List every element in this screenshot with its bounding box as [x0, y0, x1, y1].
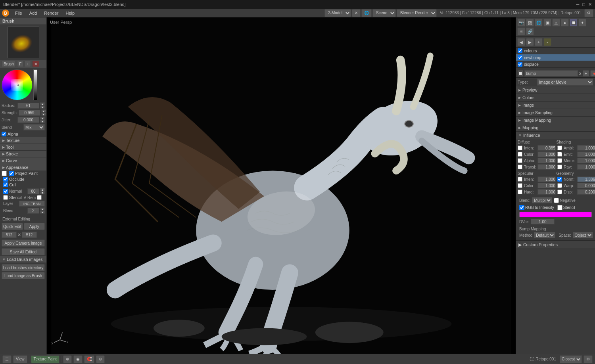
- value-slider[interactable]: [33, 69, 37, 100]
- menu-add[interactable]: Add: [26, 10, 40, 16]
- ray-check[interactable]: [557, 165, 562, 169]
- rgb-intensity-checkbox[interactable]: [519, 205, 524, 210]
- norm-field[interactable]: [577, 176, 595, 182]
- stencil-checkbox2[interactable]: [37, 195, 42, 200]
- strength-up[interactable]: ▲: [41, 109, 46, 113]
- colors-header[interactable]: ▶ Colors: [516, 94, 595, 101]
- newbump-check[interactable]: [518, 55, 522, 60]
- layer-field[interactable]: [19, 201, 45, 207]
- displace-check[interactable]: [518, 62, 522, 67]
- warp-check[interactable]: [557, 183, 562, 188]
- project-paint-checkbox[interactable]: [9, 171, 14, 176]
- maximize-btn[interactable]: □: [582, 2, 585, 7]
- brush-add-btn[interactable]: +: [25, 61, 31, 67]
- dvar-field[interactable]: [531, 219, 555, 224]
- project-paint-toggle[interactable]: [2, 171, 7, 176]
- tex-name-input[interactable]: [524, 70, 578, 77]
- size1-field[interactable]: [2, 232, 17, 238]
- apply-btn[interactable]: Apply: [24, 223, 45, 230]
- occlude-checkbox[interactable]: [3, 177, 8, 182]
- image-header[interactable]: ▶ Image: [516, 102, 595, 109]
- view-btn[interactable]: View: [13, 355, 27, 363]
- cull-checkbox[interactable]: [3, 182, 8, 187]
- size2-field[interactable]: [22, 232, 37, 238]
- bottom-menu-btn[interactable]: ☰: [2, 355, 12, 363]
- normal-field[interactable]: [27, 188, 39, 194]
- apply-camera-btn[interactable]: Apply Camera Image: [2, 239, 45, 247]
- brush-close-btn[interactable]: ✕: [32, 61, 39, 67]
- hard-spec-check[interactable]: [518, 190, 522, 194]
- inten-diff-field[interactable]: [537, 145, 556, 151]
- del-tex-icon[interactable]: -: [543, 38, 551, 46]
- alpha-diff-field[interactable]: [537, 158, 556, 163]
- jitter-field[interactable]: [17, 117, 39, 123]
- bleed-up[interactable]: ▲: [40, 207, 45, 211]
- render-icon[interactable]: 🖼: [526, 19, 534, 27]
- renderer-select[interactable]: Blender Render: [397, 9, 437, 17]
- preview-header[interactable]: ▶ Preview: [516, 86, 595, 94]
- custom-properties-section[interactable]: ▶ Custom Properties: [516, 241, 595, 248]
- next-tex-icon[interactable]: ▶: [526, 38, 534, 46]
- normal-down[interactable]: ▼: [40, 191, 45, 194]
- color-diff-check[interactable]: [518, 152, 522, 157]
- image-mapping-header[interactable]: ▶ Image Mapping: [516, 117, 595, 124]
- minimize-btn[interactable]: ─: [576, 2, 580, 7]
- physics-icon[interactable]: ⚛: [517, 27, 525, 35]
- strength-down[interactable]: ▼: [41, 113, 46, 116]
- viewport[interactable]: User Persp: [47, 17, 516, 354]
- menu-help[interactable]: Help: [62, 10, 78, 16]
- global-orient-btn[interactable]: ⊕: [63, 355, 72, 363]
- type-select[interactable]: Image or Movie: [537, 79, 593, 86]
- ambi-field[interactable]: [577, 145, 595, 151]
- disp-field[interactable]: [577, 189, 595, 195]
- texture-section[interactable]: Texture: [0, 137, 46, 144]
- inten-diff-check[interactable]: [518, 146, 522, 150]
- stencil-checkbox[interactable]: [3, 195, 8, 200]
- trans-check[interactable]: [518, 165, 522, 169]
- color-spec-check[interactable]: [518, 183, 522, 188]
- mode-btn[interactable]: ✕: [352, 9, 361, 17]
- curve-section[interactable]: Curve: [0, 157, 46, 164]
- proportional-btn[interactable]: ⊙: [96, 355, 105, 363]
- radius-up[interactable]: ▲: [40, 102, 45, 105]
- load-image-btn[interactable]: Load Image as Brush: [2, 272, 45, 279]
- inten-spec-field[interactable]: [537, 176, 556, 182]
- jitter-down[interactable]: ▼: [40, 120, 45, 123]
- method-select[interactable]: Default: [534, 232, 555, 238]
- ray-field[interactable]: [577, 164, 595, 170]
- radius-field[interactable]: [17, 103, 39, 109]
- radius-down[interactable]: ▼: [40, 105, 45, 109]
- mode-select[interactable]: 2-Model: [324, 9, 351, 17]
- constraints-icon[interactable]: 🔗: [526, 27, 534, 35]
- bleed-field[interactable]: [27, 208, 39, 214]
- closest-select[interactable]: Closest: [560, 355, 582, 363]
- texture-icon[interactable]: 🔲: [570, 19, 578, 27]
- color-spec-field[interactable]: [537, 183, 556, 188]
- quick-edit-btn[interactable]: Quick Edit: [2, 223, 23, 230]
- close-btn[interactable]: ✕: [588, 2, 592, 7]
- negative-checkbox[interactable]: [554, 198, 559, 203]
- menu-render[interactable]: Render: [41, 10, 61, 16]
- snap-btn[interactable]: 🧲: [84, 355, 94, 363]
- color-wheel[interactable]: [2, 69, 33, 100]
- stroke-section[interactable]: Stroke: [0, 150, 46, 157]
- pivot-btn[interactable]: ◉: [73, 355, 83, 363]
- hard-spec-field[interactable]: [537, 189, 556, 195]
- trans-field[interactable]: [537, 164, 556, 170]
- alpha-checkbox[interactable]: [2, 132, 6, 136]
- scene-select[interactable]: Scene: [372, 9, 396, 17]
- stencil-right-checkbox[interactable]: [557, 205, 562, 210]
- mirror-check[interactable]: [557, 158, 562, 163]
- load-dir-btn[interactable]: Load brushes directory: [2, 264, 45, 271]
- mesh-icon[interactable]: △: [552, 19, 560, 27]
- image-sampling-header[interactable]: ▶ Image Sampling: [516, 109, 595, 116]
- appearance-section[interactable]: Appearance: [0, 164, 46, 171]
- tool-section[interactable]: Tool: [0, 144, 46, 150]
- normal-checkbox[interactable]: [3, 189, 8, 194]
- emit-check[interactable]: [557, 152, 562, 157]
- disp-check[interactable]: [557, 190, 562, 194]
- alpha-diff-check[interactable]: [518, 158, 522, 163]
- blender-logo[interactable]: B: [2, 9, 10, 17]
- global-btn[interactable]: 🌐: [361, 9, 372, 17]
- norm-check[interactable]: [557, 177, 562, 182]
